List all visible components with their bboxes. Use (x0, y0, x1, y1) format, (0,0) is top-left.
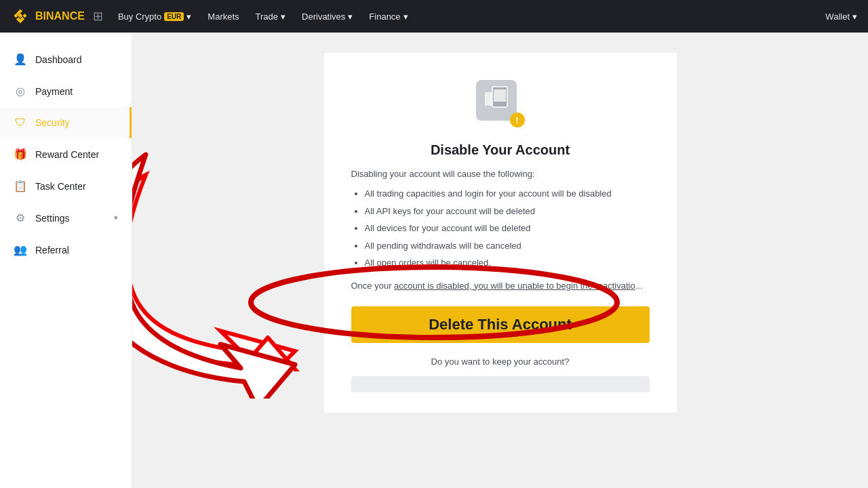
binance-logo[interactable]: BINANCE (11, 7, 85, 26)
wallet-button[interactable]: Wallet ▾ (825, 12, 857, 22)
card-bullets: All trading capacities and login for you… (351, 187, 650, 270)
sidebar-item-payment[interactable]: ◎ Payment (0, 75, 132, 107)
card-icon-area: ! (351, 80, 650, 129)
settings-icon: ⚙ (14, 211, 27, 224)
main-content: ! Disable Your Account Disabling your ac… (132, 33, 868, 488)
delete-account-button[interactable]: Delete This Account (351, 306, 650, 343)
sidebar-label-referral: Referral (35, 245, 69, 256)
derivatives-chevron: ▾ (348, 12, 353, 22)
dashboard-icon: 👤 (14, 53, 27, 66)
card-note: Once your account is disabled, you will … (351, 279, 650, 293)
finance-chevron: ▾ (403, 12, 408, 22)
trade-chevron: ▾ (281, 12, 285, 22)
top-navigation: BINANCE ⊞ Buy Crypto EUR ▾ Markets Trade… (0, 0, 868, 33)
buy-crypto-chevron: ▾ (186, 12, 191, 22)
nav-derivatives[interactable]: Derivatives ▾ (295, 0, 359, 33)
bullet-1: All trading capacities and login for you… (365, 187, 650, 201)
sidebar: 👤 Dashboard ◎ Payment 🛡 Security 🎁 Rewar… (0, 33, 132, 488)
account-link[interactable]: account is disabled, you will be unable … (394, 281, 635, 291)
sidebar-item-referral[interactable]: 👥 Referral (0, 234, 132, 266)
sidebar-item-dashboard[interactable]: 👤 Dashboard (0, 43, 132, 75)
task-icon: 📋 (14, 180, 27, 192)
sidebar-label-settings: Settings (35, 213, 70, 224)
card-subtitle: Disabling your account will cause the fo… (351, 169, 650, 179)
nav-finance[interactable]: Finance ▾ (362, 0, 414, 33)
disable-account-card: ! Disable Your Account Disabling your ac… (324, 53, 677, 413)
bullet-4: All pending withdrawals will be canceled (365, 239, 650, 253)
cancel-button[interactable] (351, 376, 650, 392)
sidebar-label-reward: Reward Center (35, 149, 99, 160)
grid-icon[interactable]: ⊞ (93, 9, 103, 24)
nav-markets[interactable]: Markets (201, 0, 245, 33)
nav-buy-crypto[interactable]: Buy Crypto EUR ▾ (111, 0, 198, 33)
sidebar-label-task: Task Center (35, 181, 86, 192)
sidebar-item-settings[interactable]: ⚙ Settings ▾ (0, 202, 132, 234)
device-icon-wrapper: ! (476, 80, 525, 129)
bullet-5: All open orders will be canceled. (365, 256, 650, 270)
nav-trade[interactable]: Trade ▾ (249, 0, 292, 33)
sidebar-label-dashboard: Dashboard (35, 54, 82, 65)
sidebar-item-task-center[interactable]: 📋 Task Center (0, 170, 132, 202)
payment-icon: ◎ (14, 85, 27, 98)
sidebar-label-payment: Payment (35, 86, 73, 97)
wallet-chevron: ▾ (852, 12, 857, 22)
warning-badge: ! (510, 113, 525, 127)
bullet-2: All API keys for your account will be de… (365, 205, 650, 218)
sidebar-item-reward-center[interactable]: 🎁 Reward Center (0, 138, 132, 170)
logo-text: BINANCE (35, 10, 85, 22)
svg-marker-5 (227, 338, 309, 371)
sidebar-label-security: Security (35, 117, 70, 128)
device-icon (476, 80, 517, 121)
card-title: Disable Your Account (351, 142, 650, 158)
svg-rect-4 (494, 89, 506, 102)
security-icon: 🛡 (14, 117, 27, 129)
sidebar-item-security[interactable]: 🛡 Security (0, 107, 132, 138)
bullet-3: All devices for your account will be del… (365, 222, 650, 235)
eur-badge: EUR (164, 12, 184, 21)
card-question: Do you want to keep your account? (351, 357, 650, 367)
settings-caret: ▾ (114, 214, 118, 222)
reward-icon: 🎁 (14, 148, 27, 161)
referral-icon: 👥 (14, 243, 27, 256)
topnav-right: Wallet ▾ (825, 12, 857, 22)
